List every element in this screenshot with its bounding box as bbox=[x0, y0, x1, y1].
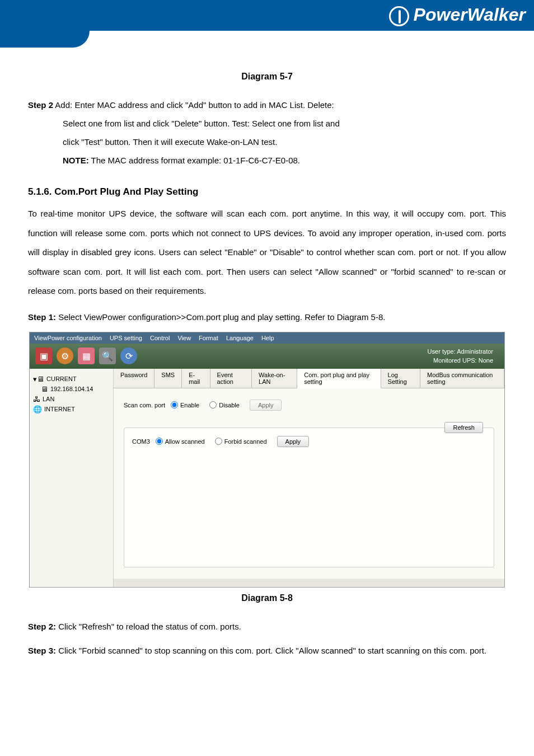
toolbar-icon-4[interactable]: 🔍 bbox=[99, 348, 116, 364]
main-area: Password SMS E-mail Event action Wake-on… bbox=[114, 369, 504, 587]
tree-lan[interactable]: 🖧LAN bbox=[33, 395, 110, 403]
toolbar-icon-5[interactable]: ⟳ bbox=[120, 348, 137, 364]
tab-event-action[interactable]: Event action bbox=[210, 369, 252, 388]
step-2-label: Step 2 bbox=[28, 100, 53, 110]
radio-disable[interactable]: Disable bbox=[209, 401, 240, 408]
app-toolbar: ▣ ⚙ ▦ 🔍 ⟳ User type: Administrator Monit… bbox=[30, 344, 504, 369]
radio-allow[interactable]: Allow scanned bbox=[156, 438, 205, 445]
com3-apply-button[interactable]: Apply bbox=[277, 436, 310, 447]
section-heading: 5.1.6. Com.Port Plug And Play Setting bbox=[28, 186, 506, 198]
step-1-text: Select ViewPower configuration>>Com.port… bbox=[56, 312, 385, 322]
app-body: ▾🖥CURRENT 🖥192.168.104.14 🖧LAN 🌐INTERNET… bbox=[30, 369, 504, 587]
menu-ups-setting[interactable]: UPS setting bbox=[110, 335, 142, 341]
toolbar-icons: ▣ ⚙ ▦ 🔍 ⟳ bbox=[35, 348, 137, 364]
radio-forbid[interactable]: Forbid scanned bbox=[215, 438, 267, 445]
nav-tree: ▾🖥CURRENT 🖥192.168.104.14 🖧LAN 🌐INTERNET bbox=[30, 369, 114, 587]
app-menubar: ViewPower configuration UPS setting Cont… bbox=[30, 332, 504, 344]
tab-strip: Password SMS E-mail Event action Wake-on… bbox=[114, 369, 504, 388]
radio-allow-input[interactable] bbox=[156, 438, 163, 445]
brand-logo: PowerWalker bbox=[389, 4, 526, 26]
page-header: PowerWalker bbox=[0, 0, 534, 50]
monitor-icon: ▾🖥 bbox=[33, 375, 44, 383]
toolbar-icon-2[interactable]: ⚙ bbox=[57, 348, 73, 364]
step-2-line2: Select one from list and click "Delete" … bbox=[28, 114, 506, 133]
tab-sms[interactable]: SMS bbox=[154, 369, 182, 388]
scan-setting-row: Scan com. port Enable Disable Apply bbox=[124, 400, 494, 411]
diagram-caption-5-7: Diagram 5-7 bbox=[28, 72, 506, 82]
radio-disable-input[interactable] bbox=[209, 401, 217, 408]
radio-enable-input[interactable] bbox=[171, 401, 178, 408]
monitored-label: Monitored UPS: bbox=[433, 357, 477, 364]
note-text: The MAC address format example: 01-1F-C6… bbox=[89, 156, 300, 165]
tab-wake-on-lan[interactable]: Wake-on-LAN bbox=[252, 369, 297, 388]
monitored-value: None bbox=[479, 357, 493, 364]
scan-apply-button[interactable]: Apply bbox=[250, 400, 282, 411]
radio-forbid-input[interactable] bbox=[215, 438, 222, 445]
menu-viewpower-config[interactable]: ViewPower configuration bbox=[34, 335, 102, 341]
com3-label: COM3 bbox=[132, 438, 150, 445]
power-icon bbox=[389, 6, 409, 26]
com3-row: COM3 Allow scanned Forbid scanned Apply bbox=[132, 436, 486, 447]
menu-control[interactable]: Control bbox=[150, 335, 170, 341]
header-curve bbox=[0, 31, 90, 48]
menu-help[interactable]: Help bbox=[261, 335, 274, 341]
app-screenshot: ViewPower configuration UPS setting Cont… bbox=[29, 332, 505, 588]
user-type-value: Administrator bbox=[457, 348, 493, 355]
toolbar-icon-1[interactable]: ▣ bbox=[35, 348, 52, 364]
lan-icon: 🖧 bbox=[33, 395, 40, 403]
node-icon: 🖥 bbox=[41, 385, 48, 393]
step-2b-text: Click "Refresh" to reload the status of … bbox=[56, 622, 241, 631]
port-panel: COM3 Allow scanned Forbid scanned Apply bbox=[124, 428, 494, 567]
tab-password[interactable]: Password bbox=[114, 369, 154, 388]
menu-language[interactable]: Language bbox=[226, 335, 254, 341]
tree-current[interactable]: ▾🖥CURRENT bbox=[33, 375, 110, 383]
step-2-line1: Add: Enter MAC address and click "Add" b… bbox=[53, 100, 334, 110]
tab-email[interactable]: E-mail bbox=[182, 369, 210, 388]
step-3-label: Step 3: bbox=[28, 646, 56, 655]
step-2-line3: click "Test" button. Then it will execut… bbox=[28, 133, 506, 151]
tab-content: Scan com. port Enable Disable Apply Refr… bbox=[114, 388, 504, 579]
menu-format[interactable]: Format bbox=[199, 335, 218, 341]
tree-ip[interactable]: 🖥192.168.104.14 bbox=[41, 385, 110, 393]
tab-modbus[interactable]: ModBus communication setting bbox=[420, 369, 504, 388]
refresh-button[interactable]: Refresh bbox=[444, 422, 483, 433]
user-info: User type: Administrator Monitored UPS: … bbox=[428, 347, 499, 365]
step-2-block: Step 2 Add: Enter MAC address and click … bbox=[28, 96, 506, 170]
scan-label: Scan com. port bbox=[124, 402, 165, 408]
tab-log-setting[interactable]: Log Setting bbox=[381, 369, 420, 388]
step-1-label: Step 1: bbox=[28, 312, 56, 322]
menu-view[interactable]: View bbox=[177, 335, 191, 341]
user-type-label: User type: bbox=[428, 348, 456, 355]
radio-enable[interactable]: Enable bbox=[171, 401, 199, 408]
step-2b-block: Step 2: Click "Refresh" to reload the st… bbox=[28, 617, 506, 636]
diagram-caption-5-8: Diagram 5-8 bbox=[28, 593, 506, 603]
note-label: NOTE: bbox=[63, 156, 89, 165]
step-1-block: Step 1: Select ViewPower configuration>>… bbox=[28, 308, 506, 326]
section-body: To real-time monitor UPS device, the sof… bbox=[28, 204, 506, 301]
tree-internet[interactable]: 🌐INTERNET bbox=[33, 405, 110, 414]
step-2b-label: Step 2: bbox=[28, 622, 56, 631]
brand-text: PowerWalker bbox=[414, 4, 526, 25]
toolbar-icon-3[interactable]: ▦ bbox=[78, 348, 95, 364]
step-3-block: Step 3: Click "Forbid scanned" to stop s… bbox=[28, 641, 506, 660]
tab-com-port[interactable]: Com. port plug and play setting bbox=[297, 369, 381, 388]
step-3-text: Click "Forbid scanned" to stop scanning … bbox=[56, 646, 486, 655]
internet-icon: 🌐 bbox=[33, 405, 42, 414]
